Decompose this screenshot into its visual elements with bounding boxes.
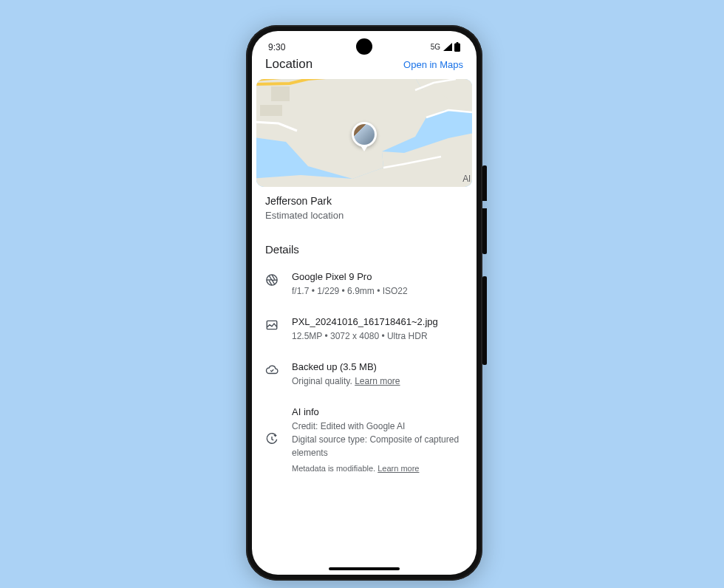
camera-device: Google Pixel 9 Pro: [292, 270, 463, 284]
svg-rect-3: [271, 86, 290, 101]
details-title: Details: [252, 222, 477, 261]
ai-title: AI info: [292, 406, 463, 420]
detail-camera: Google Pixel 9 Pro f/1.7 • 1/229 • 6.9mm…: [252, 261, 477, 307]
header: Location Open in Maps: [252, 55, 477, 76]
phone-frame: 9:30 5G Location Open in Maps: [246, 25, 482, 581]
home-indicator[interactable]: [329, 567, 400, 570]
location-block: Jefferson Park Estimated location: [252, 192, 477, 222]
detail-backup: Backed up (3.5 MB) Original quality. Lea…: [252, 352, 477, 397]
front-camera-cutout: [356, 38, 372, 55]
detail-ai: AI info Credit: Edited with Google AI Di…: [252, 397, 477, 482]
location-name: Jefferson Park: [265, 194, 463, 209]
ai-info-icon: [265, 432, 279, 445]
svg-rect-0: [454, 44, 460, 52]
image-icon: [265, 318, 279, 332]
ai-credit: Credit: Edited with Google AI: [292, 420, 463, 433]
map-preview[interactable]: Al: [256, 79, 472, 187]
screen: 9:30 5G Location Open in Maps: [252, 31, 477, 575]
status-time: 9:30: [268, 42, 285, 52]
map-pin[interactable]: [352, 122, 377, 147]
file-specs: 12.5MP • 3072 x 4080 • Ultra HDR: [292, 329, 463, 343]
camera-specs: f/1.7 • 1/229 • 6.9mm • ISO22: [292, 284, 463, 298]
svg-rect-1: [457, 42, 459, 44]
signal-icon: [443, 43, 452, 51]
ai-learn-more-link[interactable]: Learn more: [378, 464, 419, 473]
svg-rect-4: [260, 105, 282, 116]
backup-learn-more-link[interactable]: Learn more: [355, 376, 400, 386]
ai-source-type: Digital source type: Composite of captur…: [292, 433, 463, 459]
backup-status: Backed up (3.5 MB): [292, 360, 463, 375]
file-name: PXL_20241016_161718461~2.jpg: [292, 315, 463, 329]
network-label: 5G: [431, 43, 440, 51]
map-corner-label: Al: [462, 174, 471, 184]
status-indicators: 5G: [431, 42, 460, 52]
pin-thumbnail-icon: [354, 124, 375, 145]
ai-metadata-note: Metadata is modifiable.: [292, 464, 375, 473]
detail-file: PXL_20241016_161718461~2.jpg 12.5MP • 30…: [252, 307, 477, 352]
cloud-done-icon: [265, 363, 279, 377]
page-title: Location: [265, 57, 313, 72]
aperture-icon: [265, 273, 279, 287]
open-in-maps-link[interactable]: Open in Maps: [403, 59, 463, 70]
backup-quality: Original quality.: [292, 376, 352, 386]
battery-icon: [454, 42, 460, 52]
location-subtext: Estimated location: [265, 209, 463, 222]
